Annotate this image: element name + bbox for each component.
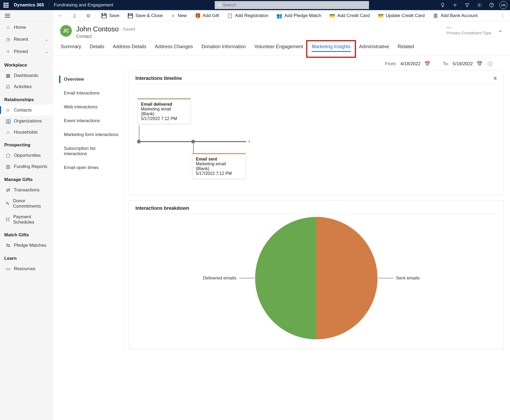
open-record-set-button[interactable]: ▯ [69,10,80,21]
site-map-toggle[interactable] [5,14,10,18]
user-avatar[interactable]: VK [499,1,507,9]
tab-content: From: 4/18/2022 📅 To: 5/19/2022 📅 ⓘ Over… [53,55,510,420]
insights-nav-web[interactable]: Web interactions [59,100,124,114]
overflow-menu-button[interactable]: ⋮ [497,10,509,21]
app-launcher-icon[interactable] [3,2,9,8]
calendar-icon[interactable]: 📅 [476,61,482,67]
opportunity-icon: ▢ [5,153,11,158]
sidebar-item-dashboards[interactable]: ▦Dashboards [0,70,52,81]
timeline-next-button[interactable]: › [248,138,250,145]
sidebar-item-label: Pinned [14,49,28,54]
popout-button[interactable]: ⧉ [83,10,94,21]
tab-related[interactable]: Related [397,44,415,55]
sidebar-group-title: Relationships [0,92,52,105]
new-button[interactable]: ＋New [167,10,190,21]
timeline-event-sent[interactable]: Email sent Marketing email (Blank) 5/17/… [192,153,246,179]
sidebar-item-activities[interactable]: ☑Activities [0,81,52,92]
add-gift-button[interactable]: 🎁Add Gift [191,10,223,21]
add-bank-account-button[interactable]: 🏦Add Bank Account [429,10,481,21]
timeline-event-line2: (Blank) [141,112,187,116]
sidebar-group-title: Manage Gifts [0,172,52,184]
lightbulb-icon[interactable] [438,1,447,10]
info-icon[interactable]: ⓘ [488,61,492,67]
header-field-label: Primary Constituent Type [447,31,491,35]
insights-nav-overview[interactable]: Overview [59,72,124,86]
sidebar-item-pinned[interactable]: ✧Pinned⌄ [0,46,52,58]
insights-nav-email[interactable]: Email interactions [59,86,124,100]
tab-details[interactable]: Details [89,44,105,55]
insights-nav-form[interactable]: Marketing form interactions [59,128,124,142]
chevron-down-icon: ⌄ [45,50,48,54]
sidebar-item-label: Funding Reports [14,164,47,169]
brand-label: Dynamics 365 [14,2,49,8]
search-input[interactable] [222,2,366,8]
module-label[interactable]: Fundraising and Engagement [54,2,113,8]
record-header: JC John Contoso - Saved Contact --- Prim… [53,21,510,39]
insights-nav-event[interactable]: Event interactions [59,114,124,128]
sidebar-item-label: Dashboards [14,73,38,78]
save-button[interactable]: 💾Save [97,10,123,21]
plus-icon[interactable] [450,1,459,10]
form-tabs: Summary Details Address Details Address … [53,39,510,55]
command-bar: ← ▯ ⧉ 💾Save 💾Save & Close ＋New 🎁Add Gift… [53,10,510,21]
timeline-body: Email delivered Marketing email (Blank) … [135,86,497,187]
timeline-event-title: Email sent [196,157,242,162]
insights-nav-open-times[interactable]: Email open times [59,161,124,175]
sidebar-item-households[interactable]: ⌂Households [0,127,52,138]
date-to-value[interactable]: 5/19/2022 [453,61,473,67]
sidebar-item-label: Contacts [14,108,32,113]
sidebar-item-pledge-matches[interactable]: ⇆Pledge Matches [0,240,52,251]
sidebar-item-label: Recent [14,37,28,42]
nav-icon-group: VK [438,1,507,10]
calendar-icon[interactable]: 📅 [424,61,430,67]
tab-address-changes[interactable]: Address Changes [154,44,193,55]
back-button[interactable]: ← [54,10,66,21]
insights-nav-subscription[interactable]: Subscription list interactions [59,142,124,161]
add-registration-button[interactable]: 📋Add Registration [223,10,272,21]
filter-icon[interactable] [463,1,472,10]
save-close-button[interactable]: 💾Save & Close [124,10,167,21]
date-from-value[interactable]: 4/18/2022 [400,61,421,67]
sidebar-item-resources[interactable]: ▭Resources [0,263,52,274]
cmd-label: Save & Close [135,13,163,18]
timeline-event-when: 5/17/2022 7:12 PM [141,116,187,121]
shuffle-icon[interactable]: ⤭ [493,75,497,81]
add-pledge-match-button[interactable]: 👥Add Pledge Match [273,10,325,21]
cmd-label: Add Gift [203,13,219,18]
help-icon[interactable] [487,1,496,10]
tab-donation-information[interactable]: Donation Information [201,44,246,55]
tab-address-details[interactable]: Address Details [112,44,147,55]
sidebar-item-label: Payment Schedules [13,214,48,225]
timeline-event-delivered[interactable]: Email delivered Marketing email (Blank) … [138,98,191,124]
search-box[interactable] [215,1,369,9]
schedule-icon: ☷ [5,217,10,223]
activity-icon: ☑ [5,84,11,90]
sidebar-item-opportunities[interactable]: ▢Opportunities [0,150,52,161]
sidebar-item-label: Households [14,130,38,135]
home-icon: ⌂ [5,24,11,30]
sidebar-item-funding-reports[interactable]: ▥Funding Reports [0,161,52,172]
add-credit-card-button[interactable]: 💳Add Credit Card [326,10,374,21]
sidebar-item-donor-commitments[interactable]: ✎Donor Commitments [0,196,52,212]
tab-summary[interactable]: Summary [60,44,82,55]
commitment-icon: ✎ [5,201,10,207]
tab-marketing-insights[interactable]: Marketing Insights [311,44,351,55]
gear-icon[interactable] [475,1,484,10]
report-icon: ▥ [5,164,11,170]
sidebar-item-contacts[interactable]: ☺Contacts [0,105,52,116]
sidebar-item-payment-schedules[interactable]: ☷Payment Schedules [0,212,52,228]
sidebar-item-label: Opportunities [14,153,41,158]
update-credit-card-button[interactable]: 💳Update Credit Card [374,10,428,21]
sidebar-item-home[interactable]: ⌂Home [0,21,52,33]
card-title-text: Interactions timeline [135,76,182,81]
timeline-connector [139,126,139,141]
chevron-down-icon[interactable]: ⌄ [498,27,503,34]
tab-administrative[interactable]: Administrative [359,44,390,55]
sidebar-item-organizations[interactable]: 🏢Organizations [0,116,52,127]
sidebar-item-transactions[interactable]: ⇄Transactions [0,184,52,196]
sidebar-item-recent[interactable]: ◷Recent⌄ [0,33,52,46]
date-range-bar: From: 4/18/2022 📅 To: 5/19/2022 📅 ⓘ [56,60,507,70]
tab-volunteer-engagement[interactable]: Volunteer Engagement [254,44,304,55]
svg-line-1 [220,6,221,7]
cmd-label: Add Credit Card [337,13,370,18]
